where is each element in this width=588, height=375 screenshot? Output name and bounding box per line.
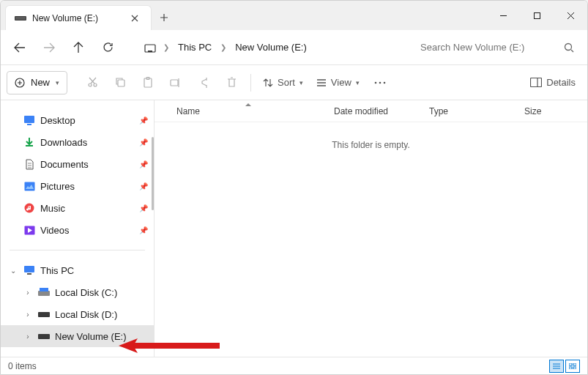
svg-rect-27 (38, 334, 50, 339)
sort-button[interactable]: Sort ▾ (257, 71, 309, 94)
svg-rect-30 (569, 367, 572, 369)
new-button[interactable]: New ▾ (7, 71, 67, 94)
sidebar-item-drive-d[interactable]: › Local Disk (D:) (1, 303, 154, 325)
column-date[interactable]: Date modified (327, 106, 422, 116)
disk-icon (37, 286, 51, 299)
chevron-down-icon: ▾ (356, 79, 360, 86)
search-box[interactable] (413, 36, 581, 59)
share-icon (198, 77, 209, 88)
up-button[interactable] (65, 34, 92, 61)
svg-rect-25 (40, 288, 48, 292)
cut-button[interactable] (79, 71, 105, 94)
sidebar-item-drive-c[interactable]: › Local Disk (C:) (1, 281, 154, 303)
sidebar-item-videos[interactable]: Videos 📌 (1, 219, 154, 241)
rename-icon (170, 78, 182, 88)
forward-button[interactable] (36, 34, 62, 61)
tab-title: New Volume (E:) (32, 13, 126, 23)
breadcrumb-current[interactable]: New Volume (E:) (231, 39, 311, 56)
column-name[interactable]: Name (169, 106, 327, 116)
minimize-button[interactable] (486, 4, 520, 27)
documents-icon (23, 157, 36, 171)
downloads-icon (23, 135, 36, 149)
pin-icon: 📌 (139, 160, 148, 168)
sidebar-item-documents[interactable]: Documents 📌 (1, 153, 154, 175)
paste-button[interactable] (135, 71, 161, 94)
svg-rect-19 (24, 182, 34, 190)
column-headers: Name Date modified Type Size (155, 100, 587, 122)
chevron-right-icon: › (23, 333, 33, 341)
cut-icon (87, 77, 98, 88)
sidebar-item-desktop[interactable]: Desktop 📌 (1, 109, 154, 131)
view-button[interactable]: View ▾ (310, 71, 365, 94)
chevron-down-icon: ⌄ (8, 267, 18, 275)
search-input[interactable] (420, 42, 574, 53)
refresh-button[interactable] (94, 34, 121, 61)
svg-rect-12 (171, 80, 178, 86)
drive-icon (37, 330, 51, 343)
close-window-button[interactable] (554, 4, 587, 27)
share-button[interactable] (190, 71, 217, 94)
pin-icon: 📌 (139, 182, 148, 190)
details-view-button[interactable] (549, 360, 564, 373)
svg-point-13 (375, 81, 377, 83)
svg-rect-17 (24, 116, 34, 123)
sidebar-item-thispc[interactable]: ⌄ This PC (1, 259, 154, 281)
pictures-icon (23, 179, 36, 193)
svg-point-14 (379, 81, 382, 83)
status-bar: 0 items (1, 357, 587, 374)
chevron-right-icon: › (23, 289, 33, 297)
svg-rect-9 (118, 80, 124, 86)
videos-icon (23, 223, 36, 237)
close-tab-button[interactable] (126, 10, 144, 27)
view-label: View (331, 77, 351, 88)
tab-active[interactable]: New Volume (E:) (5, 5, 152, 30)
music-icon (23, 201, 36, 215)
home-icon[interactable] (141, 39, 159, 56)
drive-icon (15, 12, 26, 24)
svg-rect-4 (148, 51, 152, 52)
svg-point-8 (94, 83, 97, 86)
back-button[interactable] (7, 34, 33, 61)
navbar: ❯ This PC ❯ New Volume (E:) (1, 30, 587, 65)
new-tab-button[interactable] (152, 5, 176, 30)
pin-icon: 📌 (139, 204, 148, 212)
more-button[interactable] (367, 71, 393, 94)
sidebar-item-pictures[interactable]: Pictures 📌 (1, 175, 154, 197)
copy-button[interactable] (107, 71, 133, 94)
chevron-right-icon: ❯ (162, 43, 171, 51)
svg-rect-22 (24, 266, 34, 272)
chevron-right-icon: ❯ (219, 43, 228, 51)
column-type[interactable]: Type (422, 106, 517, 116)
svg-rect-29 (573, 363, 576, 365)
toolbar-separator (250, 74, 251, 92)
content-pane: Name Date modified Type Size This folder… (155, 100, 587, 357)
rename-button[interactable] (163, 71, 189, 94)
svg-rect-26 (38, 312, 50, 317)
sidebar-item-music[interactable]: Music 📌 (1, 197, 154, 219)
details-pane-button[interactable]: Details (524, 71, 581, 94)
sort-icon (263, 78, 273, 88)
empty-folder-message: This folder is empty. (155, 122, 587, 150)
svg-rect-18 (27, 124, 31, 125)
column-size[interactable]: Size (517, 106, 561, 116)
chevron-right-icon: › (23, 311, 33, 319)
details-icon (530, 78, 542, 87)
breadcrumb: ❯ This PC ❯ New Volume (E:) (135, 39, 340, 56)
svg-point-5 (565, 43, 572, 50)
svg-rect-28 (569, 363, 572, 365)
item-count: 0 items (8, 361, 37, 371)
breadcrumb-thispc[interactable]: This PC (174, 39, 216, 56)
thumbnails-view-button[interactable] (565, 360, 580, 373)
pin-icon: 📌 (139, 116, 148, 125)
copy-icon (115, 77, 126, 88)
window-controls (486, 1, 587, 30)
delete-button[interactable] (218, 71, 245, 94)
chevron-down-icon: ▾ (56, 79, 59, 86)
svg-point-7 (89, 83, 92, 86)
toolbar: New ▾ Sort ▾ View ▾ Details (1, 65, 587, 100)
maximize-button[interactable] (520, 4, 554, 27)
sidebar-item-downloads[interactable]: Downloads 📌 (1, 131, 154, 153)
sidebar-item-drive-e[interactable]: › New Volume (E:) (1, 325, 154, 347)
pin-icon: 📌 (139, 138, 148, 146)
sidebar: Desktop 📌 Downloads 📌 Documents 📌 Pictur… (1, 100, 155, 357)
